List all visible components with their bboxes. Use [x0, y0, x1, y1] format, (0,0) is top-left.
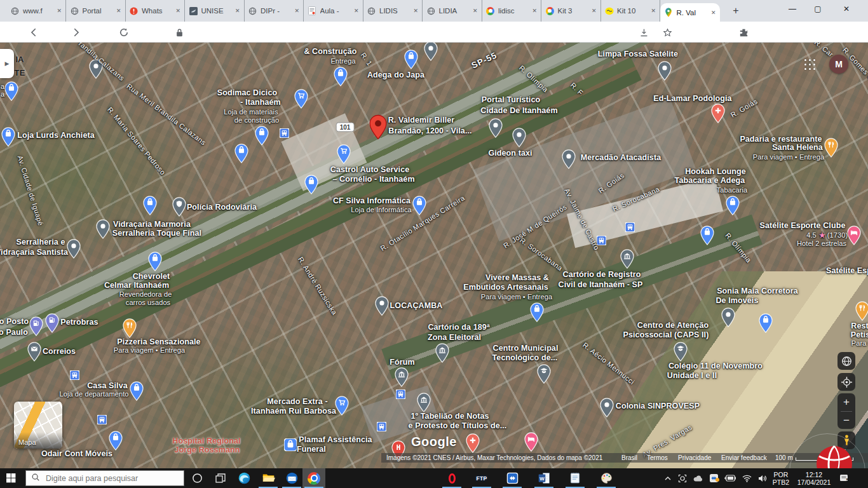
- browser-tab-8[interactable]: LIDIA✕: [423, 0, 482, 22]
- browser-tab-5[interactable]: DIPr -✕: [244, 0, 304, 22]
- transit-pin[interactable]: [97, 415, 107, 424]
- map-label[interactable]: – Cornélio - Itanhaém: [332, 175, 414, 184]
- attribution-link-privacidade[interactable]: Privacidade: [678, 454, 711, 461]
- taskbar-app-chrome[interactable]: [302, 468, 325, 488]
- map-label[interactable]: - Itanhaém: [240, 98, 281, 107]
- dot-pin[interactable]: [512, 128, 526, 147]
- map-label[interactable]: Chevrolet: [133, 272, 170, 281]
- bank-pin[interactable]: [417, 393, 431, 412]
- task-view-icon[interactable]: [210, 468, 231, 488]
- map-label[interactable]: Adega do Japa: [367, 71, 424, 79]
- map-label[interactable]: Correios: [43, 347, 76, 356]
- tray-chevron-icon[interactable]: [664, 475, 672, 482]
- zoom-out-button[interactable]: −: [843, 412, 850, 429]
- taskbar-app-opera[interactable]: [440, 468, 463, 488]
- tab-close-icon[interactable]: ✕: [175, 8, 180, 14]
- map-label[interactable]: Castrol Auto Service: [330, 165, 410, 174]
- map-label[interactable]: Rest: [851, 322, 868, 330]
- onedrive-cloud-icon[interactable]: [693, 475, 703, 482]
- map-label[interactable]: Ed-Lamar Podologia: [653, 94, 731, 103]
- notifications-icon[interactable]: 5: [839, 474, 848, 482]
- minimap-toggle[interactable]: Mapa: [14, 402, 62, 449]
- map-label[interactable]: Mercado Extra -: [267, 397, 327, 406]
- map-label[interactable]: Sodimac Dicico: [217, 88, 278, 97]
- my-location-button[interactable]: [837, 373, 855, 391]
- map-label[interactable]: CF Silva Informática: [333, 196, 410, 205]
- map-label[interactable]: Embutidos Artesanais: [463, 283, 548, 292]
- map-label[interactable]: Petis: [851, 330, 868, 339]
- rest-pin[interactable]: [855, 301, 868, 321]
- map-label[interactable]: Gideon taxi: [488, 149, 532, 158]
- browser-tab-2[interactable]: Portal✕: [66, 0, 126, 22]
- extensions-puzzle-icon[interactable]: [737, 26, 750, 39]
- clock[interactable]: 12:1217/04/2021: [794, 471, 834, 486]
- map-label[interactable]: Funeral: [297, 445, 326, 454]
- school-pin[interactable]: [674, 342, 688, 362]
- shopping-pin[interactable]: [304, 175, 318, 194]
- globe-view-button[interactable]: [837, 352, 855, 370]
- transit-pin[interactable]: [625, 222, 635, 232]
- window-maximize-button[interactable]: ▢: [805, 0, 831, 19]
- teamviewer-tray-icon[interactable]: [710, 474, 718, 482]
- forward-button[interactable]: [69, 25, 84, 40]
- map-label[interactable]: Limpa Fossa Satélite: [598, 50, 678, 58]
- map-label[interactable]: Loja Lurds Anchieta: [17, 131, 95, 140]
- shopping-pin[interactable]: [334, 67, 348, 86]
- tab-close-icon[interactable]: ✕: [116, 8, 121, 14]
- dot-pin[interactable]: [375, 296, 389, 316]
- google-account-avatar[interactable]: M: [829, 55, 848, 74]
- tab-close-icon[interactable]: ✕: [592, 8, 597, 14]
- hotel-pin[interactable]: [524, 432, 538, 452]
- bank-pin[interactable]: [435, 343, 449, 363]
- map-label[interactable]: Centro Municipal: [493, 344, 559, 353]
- dot-pin[interactable]: [424, 43, 438, 61]
- volume-icon[interactable]: [758, 475, 767, 482]
- map-label[interactable]: Portal Turístico: [482, 95, 540, 104]
- browser-tab-11[interactable]: Kit 10✕: [600, 0, 660, 22]
- fuel-pin[interactable]: [29, 316, 43, 336]
- map-label[interactable]: Serralheria e: [16, 238, 65, 247]
- zoom-in-button[interactable]: +: [843, 393, 850, 411]
- map-label[interactable]: Cidade De Itanhaém: [480, 106, 557, 115]
- map-label[interactable]: Casa Silva: [87, 381, 128, 390]
- dot-pin[interactable]: [721, 308, 735, 327]
- map-label[interactable]: Sonia Maia Corretora: [717, 287, 798, 295]
- transit-pin[interactable]: [396, 390, 405, 399]
- shopping-pin[interactable]: [109, 431, 123, 451]
- dot-pin[interactable]: [489, 118, 503, 138]
- screen-recorder-icon[interactable]: [678, 474, 687, 483]
- map-label[interactable]: Zona Eleitoral: [428, 333, 481, 342]
- tab-close-icon[interactable]: ✕: [473, 8, 478, 14]
- start-button[interactable]: [6, 473, 16, 485]
- shopping-pin[interactable]: [4, 81, 18, 101]
- dot-pin[interactable]: [67, 239, 81, 259]
- cart-pin[interactable]: [335, 396, 349, 416]
- health-pin[interactable]: [711, 104, 725, 123]
- shopping-pin[interactable]: [759, 313, 773, 333]
- taskbar-app-notepad[interactable]: [564, 468, 587, 488]
- shopping-pin[interactable]: [234, 144, 248, 163]
- map-label[interactable]: Padaria e restaurante: [740, 135, 822, 144]
- map-label[interactable]: Vidraçaria Santista: [0, 248, 68, 257]
- browser-tab-10[interactable]: Kit 3✕: [541, 0, 601, 22]
- police-pin[interactable]: [172, 197, 186, 217]
- map-label[interactable]: De Imoveis: [715, 296, 758, 305]
- map-label[interactable]: Itanhaém Rui Barbosa: [251, 407, 336, 416]
- shopping-pin[interactable]: [255, 126, 269, 146]
- tab-close-icon[interactable]: ✕: [532, 8, 537, 14]
- rest-pin[interactable]: [123, 318, 137, 338]
- cart-pin[interactable]: [337, 144, 351, 164]
- map-label[interactable]: Cartório da 189ª: [428, 323, 489, 332]
- map-label[interactable]: Tecnológico de...: [492, 353, 558, 362]
- browser-tab-4[interactable]: UNISE✕: [185, 0, 245, 22]
- map-label[interactable]: Pizzeria Sensazionale: [117, 337, 200, 346]
- map-label[interactable]: Santa Helena: [772, 143, 823, 152]
- shopping-pin[interactable]: [148, 252, 162, 271]
- map-label[interactable]: Mercadão Atacadista: [581, 153, 661, 162]
- browser-tab-1[interactable]: www.f✕: [6, 0, 66, 22]
- tab-close-icon[interactable]: ✕: [354, 8, 359, 14]
- map-label[interactable]: Brandão, 1200 - Vila...: [388, 126, 471, 135]
- transit-pin[interactable]: [70, 370, 79, 380]
- attribution-link-feedback[interactable]: Enviar feedback: [721, 454, 767, 461]
- dot-pin[interactable]: [562, 149, 576, 169]
